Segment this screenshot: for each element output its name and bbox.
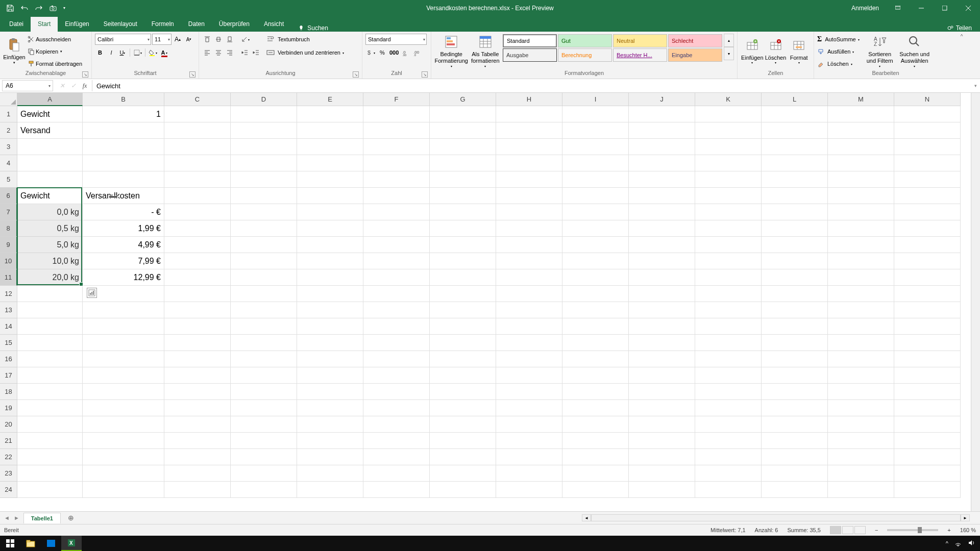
cell[interactable] (562, 465, 629, 482)
cell[interactable] (496, 237, 562, 253)
cell[interactable] (496, 122, 562, 139)
cell[interactable] (430, 204, 496, 220)
cell[interactable] (430, 449, 496, 465)
cell[interactable] (629, 253, 695, 269)
cell[interactable] (297, 416, 363, 433)
cell[interactable] (231, 335, 297, 351)
cell[interactable] (231, 351, 297, 367)
cell[interactable] (762, 351, 828, 367)
close-icon[interactable] (957, 0, 980, 16)
column-header[interactable]: C (164, 93, 231, 106)
cell[interactable] (894, 188, 961, 204)
cell[interactable] (695, 122, 762, 139)
cell[interactable]: Gewicht (17, 188, 83, 204)
cell[interactable] (297, 318, 363, 335)
row-header[interactable]: 20 (0, 416, 17, 433)
cell[interactable] (562, 269, 629, 286)
cell[interactable] (83, 416, 164, 433)
cell[interactable] (430, 139, 496, 155)
cell[interactable] (297, 171, 363, 188)
cell[interactable] (430, 433, 496, 449)
tab-pagelayout[interactable]: Seitenlayout (96, 17, 144, 32)
cell[interactable] (363, 384, 430, 400)
cell[interactable] (629, 188, 695, 204)
column-header[interactable]: J (629, 93, 695, 106)
tab-file[interactable]: Datei (2, 17, 31, 32)
cell[interactable] (164, 416, 231, 433)
decrease-decimal-icon[interactable]: .00.0 (412, 47, 422, 58)
cell[interactable] (562, 302, 629, 318)
cell[interactable] (762, 433, 828, 449)
cell[interactable] (629, 351, 695, 367)
cell[interactable] (562, 204, 629, 220)
cell[interactable] (231, 318, 297, 335)
cell[interactable] (297, 449, 363, 465)
cell[interactable] (430, 302, 496, 318)
cell[interactable] (83, 171, 164, 188)
cell[interactable] (363, 106, 430, 122)
conditional-formatting-button[interactable]: Bedingte Formatierung▾ (434, 34, 469, 68)
cell[interactable] (231, 416, 297, 433)
cell[interactable] (828, 171, 894, 188)
cell[interactable] (894, 237, 961, 253)
cell[interactable] (894, 351, 961, 367)
cell[interactable] (894, 384, 961, 400)
cell[interactable] (828, 286, 894, 302)
cell[interactable] (83, 335, 164, 351)
cell[interactable] (297, 139, 363, 155)
cell[interactable] (828, 220, 894, 237)
cell[interactable] (297, 335, 363, 351)
cell[interactable] (164, 433, 231, 449)
cell[interactable] (231, 465, 297, 482)
row-header[interactable]: 13 (0, 302, 17, 318)
cell[interactable] (363, 433, 430, 449)
increase-decimal-icon[interactable]: .0.00 (401, 47, 411, 58)
cell[interactable] (894, 253, 961, 269)
column-header[interactable]: G (430, 93, 496, 106)
cell[interactable] (164, 482, 231, 498)
cancel-formula-icon[interactable]: ✕ (57, 81, 67, 91)
find-select-button[interactable]: Suchen und Auswählen▾ (896, 34, 933, 68)
align-center-icon[interactable] (213, 47, 224, 58)
cell[interactable] (695, 106, 762, 122)
cell[interactable] (762, 220, 828, 237)
minimize-icon[interactable] (910, 0, 933, 16)
cell[interactable] (894, 335, 961, 351)
cell[interactable] (762, 318, 828, 335)
cell[interactable] (762, 106, 828, 122)
row-header[interactable]: 14 (0, 318, 17, 335)
row-header[interactable]: 10 (0, 253, 17, 269)
cell[interactable] (430, 286, 496, 302)
copy-button[interactable]: Kopieren ▾ (28, 46, 82, 57)
cell[interactable] (828, 318, 894, 335)
cell[interactable] (83, 122, 164, 139)
cell[interactable] (629, 318, 695, 335)
ribbon-display-icon[interactable] (886, 0, 910, 16)
cell[interactable] (297, 367, 363, 384)
hscroll-left-icon[interactable]: ◄ (582, 514, 591, 521)
cell[interactable] (363, 465, 430, 482)
cell[interactable] (695, 220, 762, 237)
cell[interactable] (363, 204, 430, 220)
row-header[interactable]: 3 (0, 139, 17, 155)
row-header[interactable]: 17 (0, 367, 17, 384)
signin-link[interactable]: Anmelden (844, 5, 886, 12)
tray-volume-icon[interactable] (968, 539, 975, 547)
cell[interactable] (562, 384, 629, 400)
cell[interactable] (562, 433, 629, 449)
cell[interactable] (363, 253, 430, 269)
cell[interactable] (363, 139, 430, 155)
cell[interactable] (363, 302, 430, 318)
tab-formulas[interactable]: Formeln (144, 17, 181, 32)
cell[interactable] (164, 367, 231, 384)
formula-input[interactable]: Gewicht (92, 82, 971, 90)
collapse-ribbon-icon[interactable]: ^ (961, 34, 963, 39)
enter-formula-icon[interactable]: ✓ (68, 81, 79, 91)
fill-color-button[interactable]: ▾ (148, 47, 158, 58)
merge-center-button[interactable]: Verbinden und zentrieren▾ (266, 47, 344, 58)
cell[interactable] (496, 253, 562, 269)
cell[interactable] (894, 302, 961, 318)
cell[interactable] (297, 122, 363, 139)
tab-insert[interactable]: Einfügen (58, 17, 96, 32)
cell[interactable] (496, 449, 562, 465)
